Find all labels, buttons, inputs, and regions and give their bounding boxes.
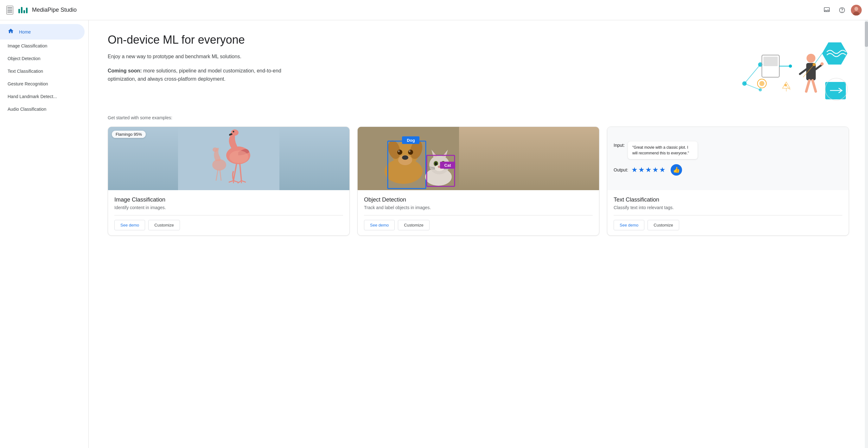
logo-bar-4 xyxy=(26,8,28,13)
object-detection-customize[interactable]: Customize xyxy=(398,220,429,230)
hero-subtitle: Enjoy a new way to prototype and benchma… xyxy=(108,53,291,61)
examples-label: Get started with some examples: xyxy=(108,115,849,120)
star-5: ★ xyxy=(659,166,665,174)
sidebar-item-text-classification[interactable]: Text Classification xyxy=(0,65,85,77)
text-output-row: Output: ★ ★ ★ ★ ★ 👍 xyxy=(614,164,842,176)
sidebar-item-text-classification-label: Text Classification xyxy=(8,69,43,74)
svg-point-19 xyxy=(820,62,824,66)
text-classification-scene: Input: "Great movie with a classic plot.… xyxy=(607,127,849,190)
text-classification-see-demo[interactable]: See demo xyxy=(614,220,644,230)
logo-bar-3 xyxy=(24,10,25,13)
svg-point-60 xyxy=(398,150,400,152)
svg-rect-12 xyxy=(764,57,778,66)
app-logo: MediaPipe Studio xyxy=(19,7,77,13)
text-input-label: Input: xyxy=(614,141,625,148)
object-detection-card-body: Object Detection Track and label objects… xyxy=(358,190,599,235)
sidebar-item-hand-landmark-label: Hand Landmark Detect... xyxy=(8,94,57,99)
star-3: ★ xyxy=(645,166,652,174)
sidebar-item-object-detection[interactable]: Object Detection xyxy=(0,52,85,65)
logo-icon xyxy=(19,7,28,13)
text-output-label: Output: xyxy=(614,167,628,172)
object-detection-actions: See demo Customize xyxy=(364,220,593,230)
logo-bar-2 xyxy=(21,7,23,13)
menu-button[interactable]: ☰ xyxy=(6,6,13,14)
svg-line-9 xyxy=(744,65,760,83)
scrollbar-thumb[interactable] xyxy=(865,22,868,47)
svg-point-58 xyxy=(397,150,402,155)
hero-coming-soon: Coming soon: more solutions, pipeline an… xyxy=(108,67,291,83)
flamingo-scene: Flamingo 95% xyxy=(108,127,349,190)
sidebar-item-audio-classification-label: Audio Classification xyxy=(8,107,46,112)
svg-point-48 xyxy=(213,147,218,152)
avatar-image xyxy=(851,5,862,15)
object-detection-title: Object Detection xyxy=(364,197,593,203)
svg-line-21 xyxy=(812,80,816,92)
help-icon xyxy=(839,7,845,13)
image-classification-actions: See demo Customize xyxy=(114,220,343,230)
svg-point-2 xyxy=(842,11,842,12)
svg-point-37 xyxy=(233,131,235,133)
app-title: MediaPipe Studio xyxy=(32,7,77,13)
svg-point-57 xyxy=(402,156,408,160)
home-icon xyxy=(8,28,14,36)
svg-point-14 xyxy=(789,65,792,68)
hero-section: On-device ML for everyone Enjoy a new wa… xyxy=(108,33,849,103)
text-input-bubble: "Great movie with a classic plot. I will… xyxy=(628,141,698,159)
dog-cat-scene: Dog xyxy=(358,127,599,190)
object-detection-description: Track and label objects in images. xyxy=(364,205,593,210)
image-classification-description: Identify content in images. xyxy=(114,205,343,210)
object-detection-divider xyxy=(364,215,593,215)
svg-point-59 xyxy=(408,150,413,155)
text-classification-card: Input: "Great movie with a classic plot.… xyxy=(607,127,849,236)
hero-text: On-device ML for everyone Enjoy a new wa… xyxy=(108,33,291,83)
sidebar-item-home[interactable]: Home xyxy=(0,24,85,39)
sidebar-item-object-detection-label: Object Detection xyxy=(8,56,40,61)
star-rating: ★ ★ ★ ★ ★ xyxy=(631,166,665,174)
cards-row: Flamingo 95% xyxy=(108,127,849,236)
feedback-icon xyxy=(823,7,830,13)
hero-svg xyxy=(735,33,849,103)
star-2: ★ xyxy=(638,166,645,174)
sidebar-item-image-classification-label: Image Classification xyxy=(8,43,47,48)
user-avatar[interactable] xyxy=(851,5,862,15)
sidebar: Home Image Classification Object Detecti… xyxy=(0,20,89,448)
svg-line-18 xyxy=(816,65,822,69)
image-classification-card: Flamingo 95% xyxy=(108,127,350,236)
svg-point-61 xyxy=(409,150,410,152)
svg-line-10 xyxy=(744,83,760,90)
dog-cat-svg: Dog xyxy=(358,127,459,190)
svg-text:Cat: Cat xyxy=(444,163,452,168)
image-classification-customize[interactable]: Customize xyxy=(148,220,180,230)
svg-line-17 xyxy=(800,69,806,74)
svg-point-4 xyxy=(855,7,858,11)
object-detection-see-demo[interactable]: See demo xyxy=(364,220,395,230)
scrollbar[interactable] xyxy=(865,20,868,448)
svg-rect-73 xyxy=(435,162,437,165)
sidebar-item-audio-classification[interactable]: Audio Classification xyxy=(0,103,85,115)
image-classification-divider xyxy=(114,215,343,215)
svg-point-15 xyxy=(807,54,815,63)
sidebar-item-hand-landmark[interactable]: Hand Landmark Detect... xyxy=(0,90,85,103)
hero-title: On-device ML for everyone xyxy=(108,33,291,46)
image-classification-see-demo[interactable]: See demo xyxy=(114,220,145,230)
sidebar-item-home-label: Home xyxy=(19,29,31,34)
sidebar-item-image-classification[interactable]: Image Classification xyxy=(0,39,85,52)
image-classification-card-image: Flamingo 95% xyxy=(108,127,349,190)
thumbs-up-icon: 👍 xyxy=(671,164,682,176)
text-classification-title: Text Classification xyxy=(614,197,842,203)
text-classification-customize[interactable]: Customize xyxy=(648,220,679,230)
flamingo-label: Flamingo 95% xyxy=(112,131,146,138)
sidebar-item-gesture-recognition[interactable]: Gesture Recognition xyxy=(0,77,85,90)
sidebar-item-gesture-recognition-label: Gesture Recognition xyxy=(8,81,48,87)
app-header: ☰ MediaPipe Studio xyxy=(0,0,868,20)
object-detection-card: Dog xyxy=(357,127,599,236)
app-body: Home Image Classification Object Detecti… xyxy=(0,20,868,448)
feedback-button[interactable] xyxy=(820,4,833,16)
help-button[interactable] xyxy=(836,4,848,16)
flamingo-svg xyxy=(178,127,279,190)
header-actions xyxy=(820,4,862,16)
svg-line-20 xyxy=(806,80,809,92)
image-classification-title: Image Classification xyxy=(114,197,343,203)
image-classification-card-body: Image Classification Identify content in… xyxy=(108,190,349,235)
text-classification-card-body: Text Classification Classify text into r… xyxy=(607,190,849,235)
